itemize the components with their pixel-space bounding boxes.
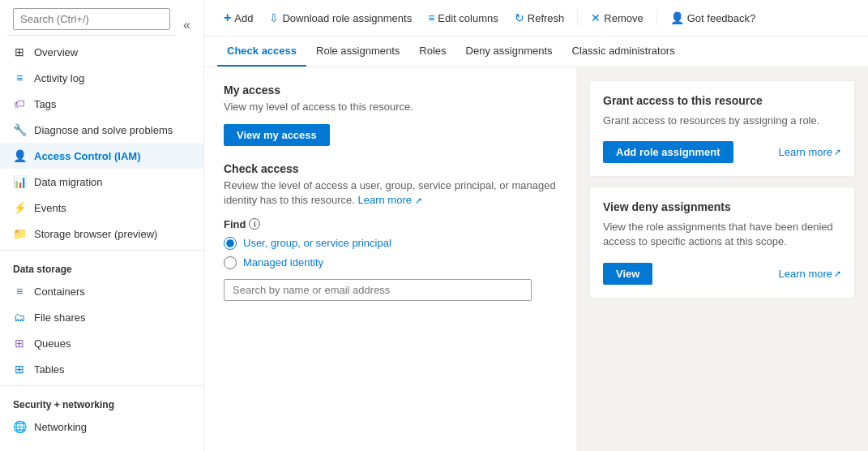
networking-icon: 🌐 [13, 420, 26, 433]
toolbar-separator [577, 10, 578, 26]
sidebar-item-events[interactable]: ⚡ Events [0, 195, 203, 221]
deny-learn-more-link[interactable]: Learn more ➚ [779, 268, 841, 280]
tab-check-access[interactable]: Check access [217, 37, 306, 67]
content-right: Grant access to this resource Grant acce… [576, 67, 868, 451]
grant-access-title: Grant access to this resource [603, 94, 841, 107]
sidebar-item-file-shares[interactable]: 🗂 File shares [0, 304, 203, 330]
add-icon: + [224, 11, 231, 25]
diagnose-icon: 🔧 [13, 123, 26, 136]
radio-managed-identity[interactable]: Managed identity [224, 256, 557, 269]
sidebar-item-activity-log[interactable]: ≡ Activity log [0, 65, 203, 91]
deny-assignments-description: View the role assignments that have been… [603, 220, 841, 249]
overview-icon: ⊞ [13, 45, 26, 58]
download-button[interactable]: ⇩ Download role assignments [263, 7, 418, 28]
file-shares-icon: 🗂 [13, 311, 26, 324]
content-area: My access View my level of access to thi… [204, 67, 868, 451]
my-access-description: View my level of access to this resource… [224, 100, 557, 114]
containers-icon: ≡ [13, 285, 26, 298]
grant-access-description: Grant access to resources by assigning a… [603, 114, 841, 128]
access-control-icon: 👤 [13, 149, 26, 162]
tables-icon: ⊞ [13, 363, 26, 376]
divider-security [0, 385, 203, 386]
find-info-icon[interactable]: i [249, 218, 260, 230]
activity-log-icon: ≡ [13, 71, 26, 84]
radio-managed-identity-input[interactable] [224, 256, 237, 269]
grant-access-footer: Add role assignment Learn more ➚ [603, 141, 841, 163]
storage-browser-icon: 📁 [13, 227, 26, 240]
radio-group-find: User, group, or service principal Manage… [224, 237, 557, 269]
deny-learn-more-ext-icon: ➚ [834, 268, 841, 279]
my-access-title: My access [224, 84, 557, 97]
tab-classic-admins[interactable]: Classic administrators [562, 37, 685, 67]
collapse-sidebar-button[interactable]: « [177, 15, 197, 36]
check-access-section: Check access Review the level of access … [224, 162, 557, 300]
security-section-label: Security + networking [0, 389, 203, 414]
main-panel: + Add ⇩ Download role assignments ≡ Edit… [204, 0, 868, 451]
sidebar-item-data-migration[interactable]: 📊 Data migration [0, 169, 203, 195]
tabs-bar: Check access Role assignments Roles Deny… [204, 37, 868, 67]
tags-icon: 🏷 [13, 97, 26, 110]
radio-user-group[interactable]: User, group, or service principal [224, 237, 557, 250]
sidebar-item-access-control[interactable]: 👤 Access Control (IAM) [0, 143, 203, 169]
sidebar-item-storage-browser[interactable]: 📁 Storage browser (preview) [0, 221, 203, 247]
search-by-name-input[interactable] [224, 279, 532, 301]
sidebar-item-networking[interactable]: 🌐 Networking [0, 414, 203, 440]
sidebar-item-queues[interactable]: ⊞ Queues [0, 330, 203, 356]
refresh-button[interactable]: ↻ Refresh [508, 7, 571, 28]
divider-data-storage [0, 250, 203, 251]
add-button[interactable]: + Add [217, 6, 259, 29]
events-icon: ⚡ [13, 201, 26, 214]
refresh-icon: ↻ [515, 11, 524, 24]
tab-role-assignments[interactable]: Role assignments [306, 37, 409, 67]
check-access-learn-more-link[interactable]: Learn more ➚ [357, 194, 421, 206]
sidebar-search-input[interactable] [13, 8, 170, 30]
tab-roles[interactable]: Roles [409, 37, 455, 67]
sidebar-item-diagnose[interactable]: 🔧 Diagnose and solve problems [0, 117, 203, 143]
deny-assignments-title: View deny assignments [603, 200, 841, 213]
remove-icon: ✕ [591, 11, 601, 24]
find-label: Find i [224, 218, 557, 230]
content-left: My access View my level of access to thi… [204, 67, 576, 451]
grant-access-learn-more-link[interactable]: Learn more ➚ [779, 146, 841, 158]
data-storage-section-label: Data storage [0, 254, 203, 278]
grant-access-card: Grant access to this resource Grant acce… [589, 80, 855, 177]
feedback-icon: 👤 [670, 11, 684, 24]
edit-columns-button[interactable]: ≡ Edit columns [421, 7, 505, 28]
toolbar-separator-2 [656, 10, 657, 26]
external-link-icon: ➚ [415, 195, 422, 205]
sidebar-item-overview[interactable]: ⊞ Overview [0, 39, 203, 65]
sidebar: « ⊞ Overview ≡ Activity log 🏷 Tags 🔧 Dia… [0, 0, 204, 451]
sidebar-item-tables[interactable]: ⊞ Tables [0, 356, 203, 382]
data-migration-icon: 📊 [13, 175, 26, 188]
tab-deny-assignments[interactable]: Deny assignments [456, 37, 562, 67]
queues-icon: ⊞ [13, 337, 26, 350]
deny-assignments-card: View deny assignments View the role assi… [589, 187, 855, 298]
my-access-section: My access View my level of access to thi… [224, 84, 557, 146]
grant-learn-more-ext-icon: ➚ [834, 147, 841, 157]
add-role-assignment-button[interactable]: Add role assignment [603, 141, 733, 163]
sidebar-item-containers[interactable]: ≡ Containers [0, 278, 203, 304]
view-my-access-button[interactable]: View my access [224, 124, 330, 146]
toolbar: + Add ⇩ Download role assignments ≡ Edit… [204, 0, 868, 37]
view-deny-button[interactable]: View [603, 263, 652, 285]
check-access-description: Review the level of access a user, group… [224, 178, 557, 208]
check-access-title: Check access [224, 162, 557, 175]
sidebar-item-tags[interactable]: 🏷 Tags [0, 91, 203, 117]
download-icon: ⇩ [269, 11, 279, 24]
remove-button[interactable]: ✕ Remove [584, 7, 649, 28]
feedback-button[interactable]: 👤 Got feedback? [664, 7, 763, 28]
deny-assignments-footer: View Learn more ➚ [603, 263, 841, 285]
radio-user-group-input[interactable] [224, 237, 237, 250]
edit-columns-icon: ≡ [428, 11, 434, 24]
